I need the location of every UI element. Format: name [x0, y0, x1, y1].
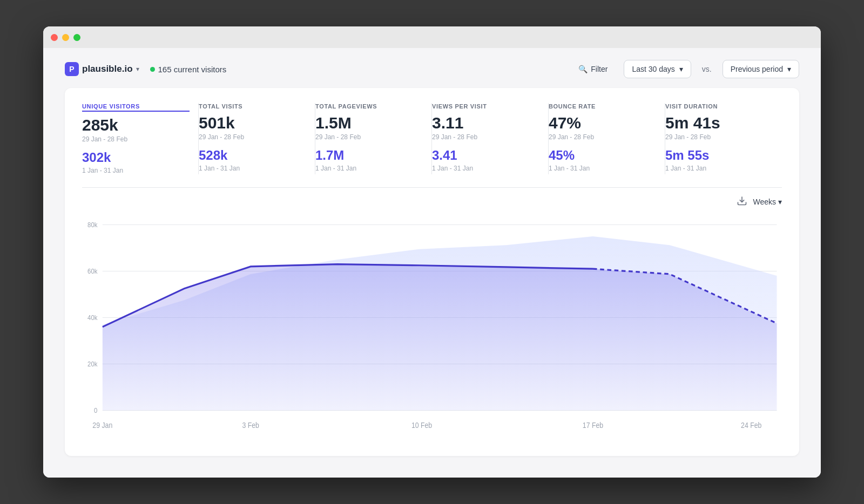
- metric-prev-value-total_visits: 528k: [199, 148, 306, 162]
- metric-label-visit_duration[interactable]: VISIT DURATION: [665, 103, 773, 110]
- main-window: P plausible.io ▾ 165 current visitors 🔍 …: [43, 26, 821, 477]
- metric-prev-value-visit_duration: 5m 55s: [665, 148, 773, 162]
- metrics-row: UNIQUE VISITORS 285k 29 Jan - 28 Feb 302…: [82, 103, 782, 187]
- logo-area[interactable]: P plausible.io ▾: [65, 62, 139, 76]
- metric-value-views_per_visit: 3.11: [432, 114, 539, 132]
- metric-date-views_per_visit: 29 Jan - 28 Feb: [432, 133, 539, 141]
- metric-date-bounce_rate: 29 Jan - 28 Feb: [549, 133, 656, 141]
- metric-date-visit_duration: 29 Jan - 28 Feb: [665, 133, 773, 141]
- svg-text:0: 0: [94, 406, 98, 414]
- logo-text: plausible.io: [82, 64, 133, 74]
- metric-prev-value-unique_visitors: 302k: [82, 151, 190, 165]
- stats-card: UNIQUE VISITORS 285k 29 Jan - 28 Feb 302…: [65, 88, 799, 455]
- metric-prev-date-bounce_rate: 1 Jan - 31 Jan: [549, 165, 656, 172]
- page-content: P plausible.io ▾ 165 current visitors 🔍 …: [43, 48, 821, 477]
- metric-prev-date-total_pageviews: 1 Jan - 31 Jan: [315, 165, 423, 172]
- metric-label-views_per_visit[interactable]: VIEWS PER VISIT: [432, 103, 539, 110]
- filter-button[interactable]: 🔍 Filter: [573, 62, 613, 77]
- topnav: P plausible.io ▾ 165 current visitors 🔍 …: [65, 48, 799, 88]
- metric-prev-date-visit_duration: 1 Jan - 31 Jan: [665, 165, 773, 172]
- close-button[interactable]: [51, 34, 58, 41]
- metric-prev-value-bounce_rate: 45%: [549, 148, 656, 162]
- period-label: Last 30 days: [632, 65, 674, 73]
- metric-prev-date-views_per_visit: 1 Jan - 31 Jan: [432, 165, 539, 172]
- svg-text:80k: 80k: [87, 221, 98, 229]
- metric-label-total_pageviews[interactable]: TOTAL PAGEVIEWS: [315, 103, 423, 110]
- metric-date-unique_visitors: 29 Jan - 28 Feb: [82, 135, 190, 143]
- search-icon: 🔍: [578, 65, 588, 73]
- svg-text:20k: 20k: [87, 360, 98, 368]
- metric-value-bounce_rate: 47%: [549, 114, 656, 132]
- metric-prev-date-total_visits: 1 Jan - 31 Jan: [199, 165, 306, 172]
- vs-label: vs.: [702, 65, 712, 73]
- svg-text:40k: 40k: [87, 314, 98, 322]
- svg-text:17 Feb: 17 Feb: [583, 421, 603, 430]
- metric-label-bounce_rate[interactable]: BOUNCE RATE: [549, 103, 656, 110]
- metric-total_visits[interactable]: TOTAL VISITS 501k 29 Jan - 28 Feb 528k 1…: [199, 103, 315, 174]
- titlebar: [43, 26, 821, 48]
- metric-value-visit_duration: 5m 41s: [665, 114, 773, 132]
- online-indicator: [150, 67, 155, 72]
- chevron-down-icon: ▾: [136, 65, 139, 73]
- curr-period-area: [103, 264, 777, 410]
- metric-label-total_visits[interactable]: TOTAL VISITS: [199, 103, 306, 110]
- svg-text:10 Feb: 10 Feb: [411, 421, 432, 430]
- metric-date-total_pageviews: 29 Jan - 28 Feb: [315, 133, 423, 141]
- logo-icon: P: [65, 62, 79, 76]
- chart-controls: Weeks ▾: [82, 188, 782, 213]
- metric-bounce_rate[interactable]: BOUNCE RATE 47% 29 Jan - 28 Feb 45% 1 Ja…: [549, 103, 665, 174]
- metric-value-total_pageviews: 1.5M: [315, 114, 423, 132]
- minimize-button[interactable]: [62, 34, 69, 41]
- chart-container: 80k 60k 40k 20k 0: [82, 213, 782, 445]
- comparison-label: Previous period: [731, 65, 783, 73]
- metric-total_pageviews[interactable]: TOTAL PAGEVIEWS 1.5M 29 Jan - 28 Feb 1.7…: [315, 103, 432, 174]
- svg-text:60k: 60k: [87, 267, 98, 275]
- filter-label: Filter: [591, 65, 608, 73]
- metric-value-total_visits: 501k: [199, 114, 306, 132]
- download-button[interactable]: [737, 195, 747, 209]
- metric-unique_visitors[interactable]: UNIQUE VISITORS 285k 29 Jan - 28 Feb 302…: [82, 103, 199, 174]
- weeks-dropdown[interactable]: Weeks ▾: [753, 197, 782, 206]
- metric-prev-value-total_pageviews: 1.7M: [315, 148, 423, 162]
- maximize-button[interactable]: [73, 34, 80, 41]
- metric-date-total_visits: 29 Jan - 28 Feb: [199, 133, 306, 141]
- visitors-count: 165 current visitors: [158, 65, 227, 74]
- metric-views_per_visit[interactable]: VIEWS PER VISIT 3.11 29 Jan - 28 Feb 3.4…: [432, 103, 549, 174]
- svg-text:3 Feb: 3 Feb: [242, 421, 259, 430]
- period-dropdown[interactable]: Last 30 days ▾: [624, 60, 691, 78]
- svg-text:29 Jan: 29 Jan: [92, 421, 112, 430]
- chevron-down-icon: ▾: [679, 65, 683, 73]
- metric-prev-value-views_per_visit: 3.41: [432, 148, 539, 162]
- metric-label-unique_visitors[interactable]: UNIQUE VISITORS: [82, 103, 190, 112]
- metric-prev-date-unique_visitors: 1 Jan - 31 Jan: [82, 167, 190, 174]
- chevron-down-icon: ▾: [787, 65, 791, 73]
- visitors-badge: 165 current visitors: [150, 65, 227, 74]
- metric-visit_duration[interactable]: VISIT DURATION 5m 41s 29 Jan - 28 Feb 5m…: [665, 103, 782, 174]
- chart-area: Weeks ▾ 80k 60k 40k: [82, 188, 782, 456]
- chart-svg: 80k 60k 40k 20k 0: [82, 213, 782, 445]
- svg-text:24 Feb: 24 Feb: [741, 421, 761, 430]
- weeks-label: Weeks: [753, 197, 776, 206]
- comparison-dropdown[interactable]: Previous period ▾: [723, 60, 799, 78]
- metric-value-unique_visitors: 285k: [82, 116, 190, 134]
- chevron-down-icon: ▾: [778, 197, 782, 206]
